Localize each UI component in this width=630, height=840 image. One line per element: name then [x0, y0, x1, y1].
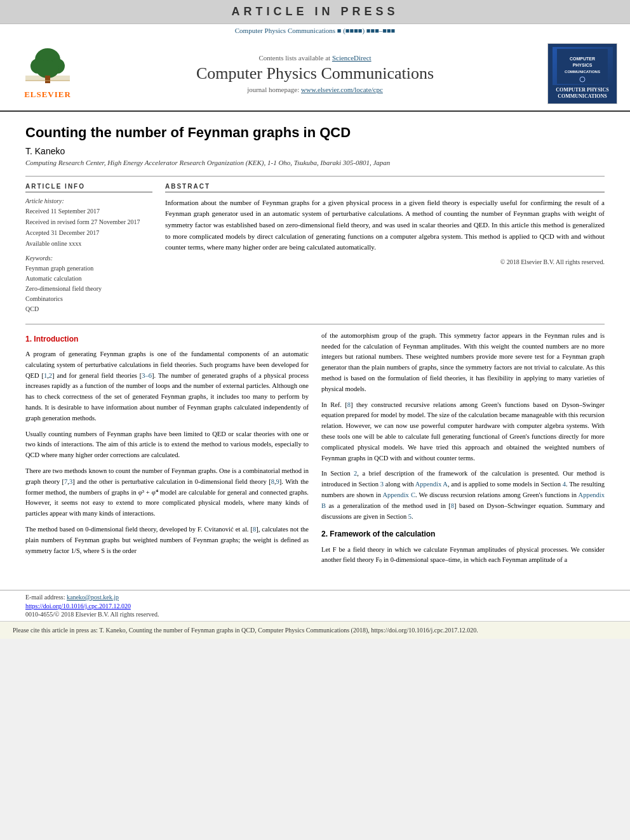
appendix-c-link[interactable]: Appendix C — [382, 491, 415, 498]
ref-9-link[interactable]: 9 — [276, 478, 279, 485]
journal-logo-title: COMPUTER PHYSICS COMMUNICATIONS — [551, 87, 613, 100]
doi-line: Computer Physics Communications ■ (■■■■)… — [0, 24, 630, 37]
journal-center-info: Contents lists available at ScienceDirec… — [83, 54, 547, 93]
abstract-column: ABSTRACT Information about the number of… — [165, 183, 605, 314]
banner-text: ARTICLE IN PRESS — [231, 5, 398, 18]
main-col-left: 1. Introduction A program of generating … — [25, 331, 309, 571]
available-date: Available online xxxx — [25, 239, 152, 248]
article-info-column: ARTICLE INFO Article history: Received 1… — [25, 183, 152, 314]
section1-right-para2: In Ref. [8] they constructed recursive r… — [321, 400, 605, 464]
section-1-heading: 1. Introduction — [25, 333, 309, 345]
contents-line: Contents lists available at ScienceDirec… — [83, 54, 547, 62]
ref-8b-link[interactable]: 8 — [253, 526, 256, 533]
section-3-link[interactable]: 3 — [380, 481, 384, 488]
info-area: ARTICLE INFO Article history: Received 1… — [25, 183, 605, 314]
journal-logo-box: COMPUTER PHYSICS COMMUNICATIONS COMPUTER… — [547, 43, 617, 104]
footer-doi: https://doi.org/10.1016/j.cpc.2017.12.02… — [25, 603, 605, 610]
section-2-heading: 2. Framework of the calculation — [321, 528, 605, 540]
paper-author: T. Kaneko — [25, 146, 605, 156]
revised-date: Received in revised form 27 November 201… — [25, 217, 152, 227]
keyword-4: Combinatorics — [25, 294, 152, 304]
sciencedirect-link[interactable]: ScienceDirect — [332, 54, 372, 62]
article-in-press-banner: ARTICLE IN PRESS — [0, 0, 630, 24]
paper-title: Counting the number of Feynman graphs in… — [25, 124, 605, 141]
journal-logo-svg: COMPUTER PHYSICS COMMUNICATIONS — [557, 49, 608, 84]
received-date: Received 11 September 2017 — [25, 206, 152, 216]
page-footer: E-mail address: kaneko@post.kek.jp https… — [0, 590, 630, 621]
keyword-2: Automatic calculation — [25, 274, 152, 284]
abstract-text: Information about the number of Feynman … — [165, 197, 605, 253]
paper-affiliation: Computing Research Center, High Energy A… — [25, 159, 605, 166]
citation-bar: Please cite this article in press as: T.… — [0, 621, 630, 639]
section1-para2: Usually counting numbers of Feynman grap… — [25, 429, 309, 461]
ref-8d-link[interactable]: 8 — [451, 502, 454, 509]
ref-8c-link[interactable]: 8 — [347, 401, 351, 408]
keyword-1: Feynman graph generation — [25, 263, 152, 274]
keywords-label: Keywords: — [25, 255, 152, 262]
footer-email: E-mail address: kaneko@post.kek.jp — [25, 594, 605, 601]
main-columns: 1. Introduction A program of generating … — [25, 331, 605, 571]
svg-point-4 — [36, 60, 59, 78]
email-link[interactable]: kaneko@post.kek.jp — [67, 594, 119, 601]
journal-homepage: journal homepage: www.elsevier.com/locat… — [83, 86, 547, 93]
elsevier-tree-icon — [22, 47, 73, 88]
paper-content: Counting the number of Feynman graphs in… — [0, 112, 630, 583]
section-5-link[interactable]: 5 — [408, 513, 412, 520]
divider — [25, 176, 605, 177]
citation-text: Please cite this article in press as: T.… — [13, 627, 478, 634]
section-2-link[interactable]: 2 — [354, 470, 357, 477]
ref-3b-link[interactable]: 3 — [69, 478, 72, 485]
ref-2-link[interactable]: 2 — [49, 372, 52, 379]
history-label: Article history: — [25, 197, 152, 204]
elsevier-label: ELSEVIER — [24, 90, 71, 100]
divider-2 — [25, 324, 605, 324]
keyword-5: QCD — [25, 304, 152, 314]
ref-1-link[interactable]: 1 — [44, 372, 47, 379]
svg-text:COMMUNICATIONS: COMMUNICATIONS — [565, 70, 600, 74]
section1-para1: A program of generating Feynman graphs i… — [25, 349, 309, 424]
appendix-a-link[interactable]: Appendix A — [415, 481, 448, 488]
ref-3-6-link[interactable]: 3–6 — [142, 372, 152, 379]
contents-label: Contents lists available at — [258, 54, 330, 62]
journal-logo-img: COMPUTER PHYSICS COMMUNICATIONS — [553, 47, 613, 85]
journal-header: ELSEVIER Contents lists available at Sci… — [0, 37, 630, 112]
svg-text:COMPUTER: COMPUTER — [570, 57, 595, 61]
accepted-date: Accepted 31 December 2017 — [25, 228, 152, 237]
section-4-link[interactable]: 4 — [563, 481, 566, 488]
section1-para4: The method based on 0-dimensional field … — [25, 524, 309, 556]
homepage-url[interactable]: www.elsevier.com/locate/cpc — [301, 86, 383, 93]
keyword-3: Zero-dimensional field theory — [25, 284, 152, 294]
abstract-copyright: © 2018 Elsevier B.V. All rights reserved… — [165, 258, 605, 265]
section1-right-para1: of the automorphism group of the graph. … — [321, 331, 605, 395]
page: ARTICLE IN PRESS Computer Physics Commun… — [0, 0, 630, 639]
ref-8-link[interactable]: 8 — [271, 478, 274, 485]
appendix-b-link[interactable]: Appendix B — [321, 491, 605, 509]
keywords-section: Keywords: Feynman graph generation Autom… — [25, 255, 152, 314]
journal-title: Computer Physics Communications — [83, 64, 547, 83]
elsevier-logo: ELSEVIER — [13, 47, 83, 100]
footer-issn: 0010-4655/© 2018 Elsevier B.V. All right… — [25, 611, 605, 618]
article-info-header: ARTICLE INFO — [25, 183, 152, 192]
section1-para3: There are two methods known to count the… — [25, 466, 309, 519]
doi-link[interactable]: Computer Physics Communications ■ (■■■■)… — [235, 27, 395, 34]
main-col-right: of the automorphism group of the graph. … — [321, 331, 605, 571]
section2-para1: Let F be a field theory in which we calc… — [321, 545, 605, 566]
svg-rect-5 — [45, 76, 50, 83]
doi-footer-link[interactable]: https://doi.org/10.1016/j.cpc.2017.12.02… — [25, 603, 131, 610]
ref-7-link[interactable]: 7 — [64, 478, 67, 485]
abstract-header: ABSTRACT — [165, 183, 605, 192]
homepage-label: journal homepage: — [247, 86, 299, 93]
email-label: E-mail address: — [25, 594, 65, 601]
section1-right-para3: In Section 2, a brief description of the… — [321, 469, 605, 522]
svg-text:PHYSICS: PHYSICS — [573, 63, 593, 67]
